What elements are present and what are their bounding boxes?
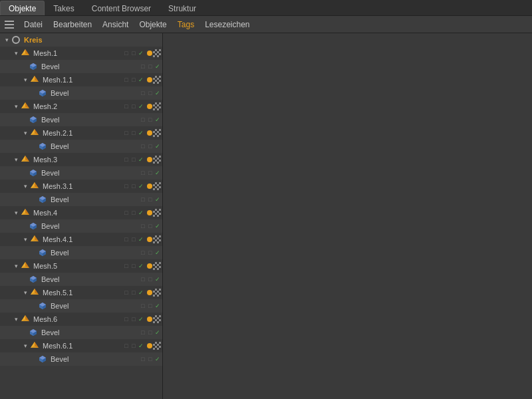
menu-item-bearbeiten[interactable]: Bearbeiten: [48, 19, 97, 31]
bevel-icon-bevel1: [28, 61, 39, 72]
menu-item-tags[interactable]: Tags: [172, 19, 200, 31]
tag-check1-mesh1_1: □: [123, 76, 130, 83]
bevel-icon-bevel3_1: [37, 194, 48, 205]
tag-check1-bevel1: □: [140, 63, 146, 70]
bevel-icon-bevel5_1: [37, 301, 48, 311]
tab-objekte[interactable]: Objekte: [0, 1, 45, 15]
circle-icon-kreis: [11, 35, 21, 45]
node-label-bevel5: Bevel: [41, 275, 60, 283]
tree-row-mesh6[interactable]: ▾ Mesh.6□□✓: [0, 313, 162, 326]
expand-btn-mesh4[interactable]: ▾: [12, 209, 20, 217]
expand-btn-bevel3_1[interactable]: [31, 196, 37, 203]
expand-btn-bevel5_1[interactable]: [31, 302, 37, 310]
tree-row-bevel3_1[interactable]: Bevel□□✓: [0, 193, 162, 206]
tree-row-mesh5_1[interactable]: ▾ Mesh.5.1□□✓: [0, 286, 162, 299]
tree-row-mesh2_1[interactable]: ▾ Mesh.2.1□□✓: [0, 126, 162, 140]
tree-row-bevel5_1[interactable]: Bevel□□✓: [0, 299, 162, 313]
tags-area-bevel5: □□✓: [140, 276, 161, 283]
tree-row-mesh3[interactable]: ▾ Mesh.3□□✓: [0, 153, 162, 166]
tab-content-browser[interactable]: Content Browser: [83, 1, 160, 15]
tree-row-bevel3[interactable]: Bevel□□✓: [0, 166, 162, 180]
tree-row-kreis[interactable]: ▾Kreis: [0, 33, 162, 47]
tag-check1-bevel5: □: [140, 276, 146, 283]
expand-btn-bevel2_1[interactable]: [31, 142, 37, 150]
expand-btn-bevel2[interactable]: [21, 116, 28, 124]
expand-btn-mesh2[interactable]: ▾: [12, 102, 20, 110]
expand-btn-bevel3[interactable]: [21, 169, 28, 177]
node-label-bevel1: Bevel: [41, 63, 60, 70]
tag-check-green-mesh2: ✓: [138, 103, 144, 110]
expand-btn-bevel5[interactable]: [21, 275, 28, 283]
menu-item-lesezeichen[interactable]: Lesezeichen: [200, 19, 255, 31]
tag-check1-mesh4_1: □: [123, 236, 130, 243]
expand-btn-kreis[interactable]: ▾: [3, 36, 11, 44]
tag-check2-bevel5: □: [147, 276, 154, 283]
tag-check1-mesh1: □: [123, 50, 130, 57]
tag-check1-bevel4_1: □: [140, 249, 146, 256]
tag-check-green-bevel1: ✓: [154, 63, 161, 70]
expand-btn-mesh4_1[interactable]: ▾: [21, 235, 29, 243]
expand-btn-bevel6[interactable]: [21, 329, 28, 336]
tree-row-bevel2[interactable]: Bevel□□✓: [0, 113, 162, 126]
expand-btn-bevel1[interactable]: [21, 63, 28, 70]
expand-btn-bevel6_1[interactable]: [31, 355, 37, 363]
hamburger-icon[interactable]: [3, 18, 16, 31]
tree-row-mesh4_1[interactable]: ▾ Mesh.4.1□□✓: [0, 233, 162, 246]
expand-btn-mesh1_1[interactable]: ▾: [21, 76, 29, 84]
menu-item-datei[interactable]: Datei: [19, 19, 48, 31]
tag-check-green-bevel3: ✓: [154, 170, 161, 176]
tree-row-mesh2[interactable]: ▾ Mesh.2□□✓: [0, 100, 162, 113]
tag-check-green-mesh5_1: ✓: [138, 289, 144, 296]
expand-btn-mesh1[interactable]: ▾: [12, 49, 20, 57]
expand-btn-mesh5[interactable]: ▾: [12, 262, 20, 270]
tree-row-mesh1_1[interactable]: ▾ Mesh.1.1□□✓: [0, 73, 162, 86]
tag-check-green-mesh6: ✓: [138, 316, 144, 323]
node-label-bevel5_1: Bevel: [51, 302, 69, 310]
tree-row-mesh4[interactable]: ▾ Mesh.4□□✓: [0, 206, 162, 219]
tree-row-bevel1_1[interactable]: Bevel□□✓: [0, 86, 162, 100]
bevel-icon-bevel1_1: [37, 88, 48, 98]
tree-row-bevel2_1[interactable]: Bevel□□✓: [0, 140, 162, 153]
expand-btn-mesh6_1[interactable]: ▾: [21, 342, 29, 350]
tree-row-bevel4_1[interactable]: Bevel□□✓: [0, 246, 162, 259]
tree-row-mesh6_1[interactable]: ▾ Mesh.6.1□□✓: [0, 339, 162, 352]
expand-btn-mesh2_1[interactable]: ▾: [21, 129, 29, 137]
expand-btn-mesh6[interactable]: ▾: [12, 315, 20, 323]
tree-row-bevel6[interactable]: Bevel□□✓: [0, 326, 162, 339]
tag-check1-bevel3_1: □: [140, 196, 146, 203]
tag-check2-mesh2: □: [130, 103, 137, 110]
tab-bar: ObjekteTakesContent BrowserStruktur: [0, 0, 532, 16]
menu-item-ansicht[interactable]: Ansicht: [97, 19, 134, 31]
tags-area-mesh1: □□✓: [123, 50, 144, 57]
tags-area-bevel4_1: □□✓: [140, 249, 161, 256]
tree-row-bevel6_1[interactable]: Bevel□□✓: [0, 352, 162, 366]
tag-check1-mesh6_1: □: [123, 342, 130, 349]
expand-btn-bevel4[interactable]: [21, 222, 28, 230]
expand-btn-mesh5_1[interactable]: ▾: [21, 289, 29, 297]
tags-area-bevel1_1: □□✓: [140, 90, 161, 96]
menu-item-objekte[interactable]: Objekte: [134, 19, 172, 31]
tags-area-mesh5_1: □□✓: [123, 289, 144, 296]
tab-struktur[interactable]: Struktur: [160, 1, 205, 15]
tag-check2-mesh2_1: □: [130, 130, 137, 136]
expand-btn-bevel4_1[interactable]: [31, 249, 37, 257]
tag-check-green-mesh2_1: ✓: [138, 130, 144, 136]
node-label-bevel6_1: Bevel: [51, 355, 69, 363]
tree-row-bevel1[interactable]: Bevel□□✓: [0, 60, 162, 73]
tree-row-mesh5[interactable]: ▾ Mesh.5□□✓: [0, 259, 162, 273]
expand-btn-mesh3[interactable]: ▾: [12, 156, 20, 164]
tab-takes[interactable]: Takes: [45, 1, 82, 15]
tree-row-bevel4[interactable]: Bevel□□✓: [0, 219, 162, 233]
expand-btn-mesh3_1[interactable]: ▾: [21, 182, 29, 190]
tag-check1-bevel1_1: □: [140, 90, 146, 96]
tree-row-mesh3_1[interactable]: ▾ Mesh.3.1□□✓: [0, 180, 162, 193]
tags-area-bevel3_1: □□✓: [140, 196, 161, 203]
tree-row-mesh1[interactable]: ▾ Mesh.1□□✓: [0, 47, 162, 60]
node-label-bevel4_1: Bevel: [51, 249, 69, 257]
tag-check-green-mesh3_1: ✓: [138, 183, 144, 190]
tag-icons-mesh6_1: [147, 342, 161, 350]
expand-btn-bevel1_1[interactable]: [31, 89, 37, 97]
tree-row-bevel5[interactable]: Bevel□□✓: [0, 273, 162, 286]
tag-icons-mesh5: [147, 262, 161, 270]
tag-icons-mesh4: [147, 209, 161, 217]
